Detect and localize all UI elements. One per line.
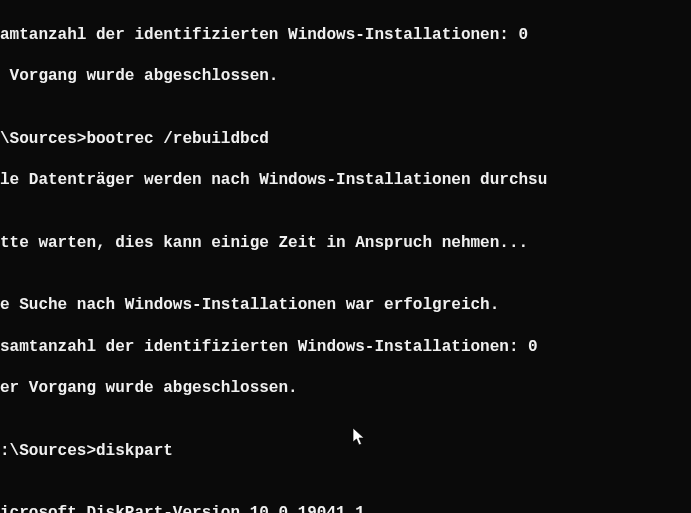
output-line: tte warten, dies kann einige Zeit in Ans… [0,233,689,254]
output-line: er Vorgang wurde abgeschlossen. [0,378,689,399]
output-line: e Suche nach Windows-Installationen war … [0,295,689,316]
output-line: samtanzahl der identifizierten Windows-I… [0,337,689,358]
prompt-line: \Sources>bootrec /rebuildbcd [0,129,689,150]
prompt-line: :\Sources>diskpart [0,441,689,462]
output-line: amtanzahl der identifizierten Windows-In… [0,25,689,46]
output-line: le Datenträger werden nach Windows-Insta… [0,170,689,191]
output-line: Vorgang wurde abgeschlossen. [0,66,689,87]
output-line: icrosoft DiskPart-Version 10.0.19041.1 [0,503,689,513]
terminal-output[interactable]: amtanzahl der identifizierten Windows-In… [0,0,691,513]
